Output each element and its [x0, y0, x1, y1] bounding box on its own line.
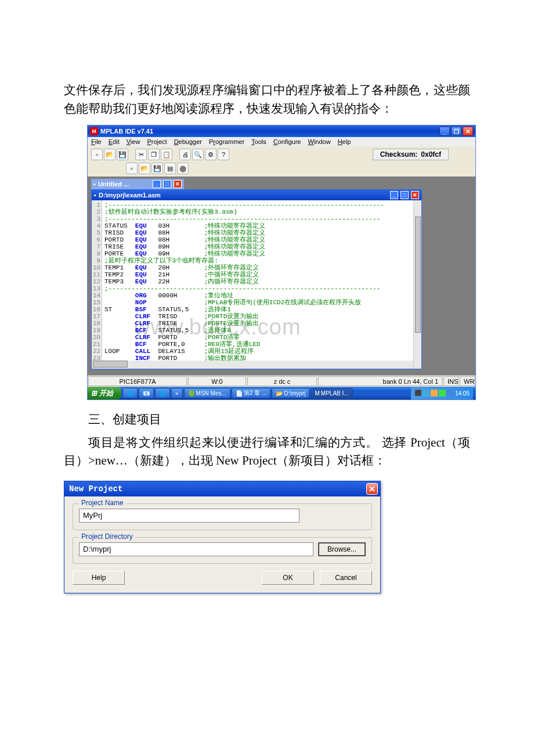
project-name-label: Project Name: [79, 499, 126, 507]
untitled-icon: ▪: [93, 181, 96, 188]
untitled-close-icon[interactable]: ✕: [174, 180, 182, 188]
project-directory-label: Project Directory: [79, 532, 135, 541]
menu-programmer[interactable]: Programmer: [209, 138, 244, 145]
file-icon: ▪: [94, 192, 96, 199]
editor-window: ▪ D:\myprj\exam1.asm _ □ ✕ 1234567891011…: [91, 189, 422, 369]
horizontal-scrollbar[interactable]: [92, 361, 421, 369]
save-icon[interactable]: 💾: [117, 149, 128, 160]
menu-window[interactable]: Window: [308, 138, 331, 145]
mplab-icon: M: [90, 127, 98, 135]
build-all-icon[interactable]: ▤: [164, 163, 176, 174]
tray-icon[interactable]: [447, 390, 454, 397]
menu-edit[interactable]: Edit: [109, 138, 120, 145]
status-device: PIC16F877A: [88, 376, 187, 386]
untitled-window: ▪ Untitled ... _ □ ✕: [91, 179, 184, 189]
tray-icon[interactable]: ⬛: [414, 390, 421, 397]
editor-title: D:\myprj\exam1.asm: [99, 192, 388, 199]
copy-icon[interactable]: ❐: [148, 149, 160, 160]
menu-bar: File Edit View Project Debugger Programm…: [88, 137, 475, 146]
untitled-min-icon[interactable]: _: [153, 180, 161, 188]
find-icon[interactable]: 🔍: [192, 149, 204, 160]
tray-icon[interactable]: [439, 390, 446, 397]
start-button[interactable]: ⊞ 开始: [88, 387, 121, 399]
project-directory-group: Project Directory Browse...: [73, 537, 372, 564]
project-directory-input[interactable]: [79, 542, 313, 556]
menu-file[interactable]: File: [91, 138, 102, 145]
new-file-icon[interactable]: ▫: [91, 149, 103, 160]
taskbar-item-word[interactable]: 📄 第2 章 ...: [232, 388, 270, 398]
workspace: www.bdocx.com ▪ Untitled ... _ □ ✕ ▪ D:\…: [88, 177, 475, 375]
menu-tools[interactable]: Tools: [251, 138, 266, 145]
build-icon[interactable]: ⚙: [205, 149, 217, 160]
menu-view[interactable]: View: [127, 138, 140, 145]
new-project-icon[interactable]: ▫: [126, 163, 138, 174]
untitled-title: Untitled ...: [98, 181, 150, 188]
browse-button[interactable]: Browse...: [318, 542, 366, 556]
maximize-button[interactable]: ❐: [451, 127, 461, 136]
windows-taskbar: ⊞ 开始 🌐 📧 🌐 » 🟢 MSN Mes... 📄 第2 章 ... 📂 D…: [88, 387, 475, 399]
stop-icon[interactable]: ⬤: [177, 163, 189, 174]
vertical-scrollbar[interactable]: [413, 200, 421, 361]
project-name-group: Project Name: [73, 503, 372, 530]
menu-debugger[interactable]: Debugger: [174, 138, 202, 145]
cancel-button[interactable]: Cancel: [320, 571, 372, 585]
intro-paragraph: 文件保存后，我们发现源程序编辑窗口中的程序被着上了各种颜色，这些颜色能帮助我们更…: [64, 81, 470, 118]
menu-project[interactable]: Project: [147, 138, 167, 145]
line-number-gutter: 1234567891011121314151617181920212223: [92, 200, 102, 361]
section-heading: 三、创建项目: [64, 411, 470, 429]
tray-clock: 14:05: [455, 390, 470, 397]
taskbar-item-2[interactable]: 📧: [139, 388, 154, 398]
menu-configure[interactable]: Configure: [273, 138, 301, 145]
tray-icon[interactable]: [423, 390, 430, 397]
ide-titlebar: M MPLAB IDE v7.41 _ ❐ ✕: [88, 125, 475, 137]
status-flags: z dc c: [247, 376, 317, 386]
paste-icon[interactable]: 📋: [161, 149, 172, 160]
menu-help[interactable]: Help: [338, 138, 351, 145]
toolbar-area: ▫ 📂 💾 ✂ ❐ 📋 🖨 🔍 ⚙ ? Checksum: 0x0fcf ▫: [88, 146, 475, 177]
status-wr: WR: [460, 376, 475, 386]
dialog-title: New Project: [67, 484, 366, 494]
code-area[interactable]: ;---------------------------------------…: [102, 200, 421, 361]
status-cursor: bank 0 Ln 44, Col 1: [318, 376, 442, 386]
section-paragraph: 项目是将文件组织起来以便进行编译和汇编的方式。 选择 Project（项目）>n…: [64, 434, 470, 470]
taskbar-item-3[interactable]: 🌐: [155, 388, 170, 398]
editor-close-icon[interactable]: ✕: [411, 191, 419, 199]
open-file-icon[interactable]: 📂: [104, 149, 116, 160]
taskbar-item-mplab[interactable]: M MPLAB I...: [311, 388, 352, 398]
dialog-close-button[interactable]: ✕: [366, 483, 378, 495]
dialog-titlebar: New Project ✕: [64, 481, 380, 496]
hscroll-thumb[interactable]: [93, 361, 128, 368]
cut-icon[interactable]: ✂: [135, 149, 147, 160]
taskbar-item-msn[interactable]: 🟢 MSN Mes...: [184, 388, 230, 398]
status-ins: INS: [443, 376, 459, 386]
scroll-thumb[interactable]: [415, 217, 421, 333]
project-name-input[interactable]: [79, 509, 300, 523]
close-button[interactable]: ✕: [463, 127, 473, 136]
editor-body[interactable]: 1234567891011121314151617181920212223 ;-…: [92, 200, 421, 361]
windows-logo-icon: ⊞: [91, 389, 97, 397]
taskbar-item-explorer[interactable]: 📂 D:\myprj: [272, 388, 309, 398]
print-icon[interactable]: 🖨: [179, 149, 191, 160]
minimize-button[interactable]: _: [439, 127, 450, 136]
status-bar: PIC16F877A W:0 z dc c bank 0 Ln 44, Col …: [88, 375, 475, 387]
save-project-icon[interactable]: 💾: [151, 163, 163, 174]
open-project-icon[interactable]: 📂: [139, 163, 150, 174]
editor-min-icon[interactable]: _: [390, 191, 398, 199]
taskbar-item-1[interactable]: 🌐: [122, 388, 138, 398]
editor-max-icon[interactable]: □: [400, 191, 409, 199]
tray-icon[interactable]: [431, 390, 438, 397]
help-icon[interactable]: ?: [218, 149, 229, 160]
ide-title-text: MPLAB IDE v7.41: [100, 128, 439, 135]
mplab-ide-window: M MPLAB IDE v7.41 _ ❐ ✕ File Edit View P…: [87, 125, 476, 400]
checksum-display: Checksum: 0x0fcf: [373, 149, 449, 160]
status-wflag: W:0: [188, 376, 246, 386]
new-project-dialog: New Project ✕ Project Name Project Direc…: [64, 481, 381, 593]
system-tray[interactable]: ⬛ 14:05: [411, 387, 473, 399]
ok-button[interactable]: OK: [262, 571, 314, 585]
untitled-max-icon[interactable]: □: [163, 180, 171, 188]
taskbar-item-4[interactable]: »: [171, 388, 183, 398]
help-button[interactable]: Help: [73, 571, 125, 585]
